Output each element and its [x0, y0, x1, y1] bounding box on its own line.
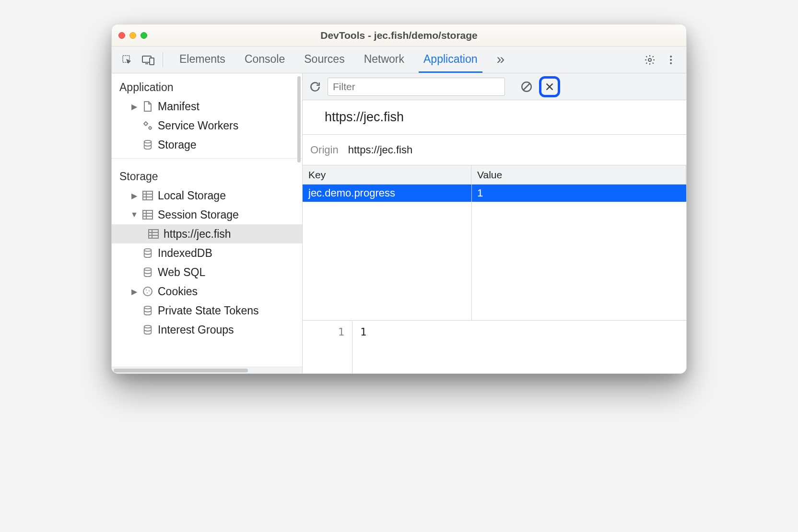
svg-point-19: [144, 306, 152, 309]
grid-icon: [141, 189, 154, 202]
grid-row[interactable]: jec.demo.progress 1: [303, 185, 686, 202]
sidebar-item-service-workers[interactable]: Service Workers: [112, 116, 302, 135]
preview-line-number: 1: [303, 321, 352, 373]
sidebar-item-session-storage[interactable]: ▼ Session Storage: [112, 205, 302, 224]
svg-point-6: [670, 62, 672, 64]
sidebar-item-indexeddb[interactable]: IndexedDB: [112, 243, 302, 263]
svg-point-18: [147, 292, 148, 293]
sidebar-item-label: Interest Groups: [158, 324, 234, 336]
sidebar-item-websql[interactable]: Web SQL: [112, 263, 302, 282]
titlebar: DevTools - jec.fish/demo/storage: [112, 24, 686, 46]
sidebar-item-local-storage[interactable]: ▶ Local Storage: [112, 186, 302, 205]
sidebar-item-label: Private State Tokens: [158, 304, 259, 317]
zoom-window-button[interactable]: [141, 32, 147, 39]
svg-point-7: [144, 122, 147, 125]
tab-strip: Elements Console Sources Network Applica…: [112, 46, 686, 73]
devtools-window: DevTools - jec.fish/demo/storage Element…: [111, 24, 687, 374]
tab-network[interactable]: Network: [359, 46, 409, 73]
svg-point-3: [648, 58, 651, 61]
preview-value: 1: [352, 321, 686, 373]
svg-point-13: [144, 249, 152, 252]
svg-point-9: [144, 140, 152, 143]
database-icon: [141, 139, 154, 151]
sidebar-hscrollbar[interactable]: [112, 367, 302, 373]
database-icon: [141, 247, 154, 259]
svg-point-14: [144, 268, 152, 271]
sidebar-item-label: Session Storage: [158, 208, 239, 221]
refresh-icon[interactable]: [307, 79, 323, 94]
storage-grid: Key Value jec.demo.progress 1: [303, 165, 686, 321]
tab-application[interactable]: Application: [419, 46, 482, 73]
svg-point-4: [670, 56, 672, 58]
divider: [112, 158, 302, 159]
settings-icon[interactable]: [639, 54, 660, 66]
cookie-icon: [141, 285, 154, 298]
origin-label: Origin: [310, 144, 339, 156]
sidebar-item-cookies[interactable]: ▶ Cookies: [112, 282, 302, 301]
inspect-element-icon[interactable]: [117, 46, 138, 73]
sidebar-item-label: Manifest: [158, 100, 200, 113]
storage-pane: https://jec.fish Origin https://jec.fish…: [303, 73, 686, 373]
window-title: DevTools - jec.fish/demo/storage: [112, 30, 686, 41]
svg-point-5: [670, 59, 672, 61]
clear-all-icon[interactable]: [519, 79, 534, 94]
svg-point-8: [149, 127, 152, 129]
sidebar-scrollbar[interactable]: [295, 73, 302, 169]
device-toggle-icon[interactable]: [138, 46, 159, 73]
sidebar-item-label: Cookies: [158, 285, 198, 298]
sidebar-item-private-state-tokens[interactable]: Private State Tokens: [112, 301, 302, 320]
grid-body[interactable]: jec.demo.progress 1: [303, 185, 686, 321]
delete-selected-icon[interactable]: [544, 81, 555, 93]
minimize-window-button[interactable]: [129, 32, 136, 39]
sidebar-item-session-storage-origin[interactable]: https://jec.fish: [112, 224, 302, 243]
grid-icon: [141, 208, 154, 221]
close-window-button[interactable]: [118, 32, 125, 39]
svg-rect-12: [149, 230, 158, 238]
sidebar-section-storage: Storage: [112, 162, 302, 186]
chevron-down-icon: ▼: [131, 210, 138, 219]
sidebar-item-label: Storage: [158, 139, 197, 151]
sidebar-item-storage[interactable]: Storage: [112, 135, 302, 154]
sidebar-item-interest-groups[interactable]: Interest Groups: [112, 320, 302, 339]
svg-rect-10: [143, 191, 153, 200]
grid-header: Key Value: [303, 165, 686, 185]
svg-rect-11: [143, 210, 153, 219]
sidebar-item-manifest[interactable]: ▶ Manifest: [112, 97, 302, 116]
svg-point-15: [143, 287, 152, 296]
col-header-key[interactable]: Key: [303, 165, 471, 184]
tab-sources[interactable]: Sources: [299, 46, 349, 73]
database-icon: [141, 324, 154, 336]
sidebar-item-label: Service Workers: [158, 119, 238, 132]
more-tabs-icon[interactable]: »: [492, 46, 510, 73]
origin-heading: https://jec.fish: [303, 100, 686, 135]
sidebar: Application ▶ Manifest: [112, 73, 303, 373]
database-icon: [141, 304, 154, 317]
gears-icon: [141, 119, 154, 132]
filter-input[interactable]: [328, 78, 505, 96]
sidebar-item-label: https://jec.fish: [164, 228, 231, 241]
chevron-right-icon: ▶: [131, 102, 138, 111]
divider: [163, 52, 163, 67]
chevron-right-icon: ▶: [131, 191, 138, 200]
cell-key[interactable]: jec.demo.progress: [303, 185, 471, 201]
column-divider[interactable]: [471, 185, 472, 320]
sidebar-item-label: Web SQL: [158, 266, 205, 279]
col-header-value[interactable]: Value: [471, 165, 686, 184]
tab-elements[interactable]: Elements: [175, 46, 230, 73]
svg-rect-2: [150, 58, 154, 65]
origin-row: Origin https://jec.fish: [303, 135, 686, 165]
document-icon: [141, 100, 154, 113]
svg-point-20: [144, 325, 152, 328]
grid-icon: [147, 228, 160, 240]
value-preview: 1 1: [303, 321, 686, 373]
database-icon: [141, 266, 154, 278]
sidebar-section-application: Application: [112, 73, 302, 97]
cell-value[interactable]: 1: [471, 185, 686, 201]
highlight-ring: [539, 76, 560, 97]
svg-point-16: [146, 289, 147, 290]
kebab-menu-icon[interactable]: [660, 54, 681, 66]
svg-point-17: [149, 290, 150, 291]
chevron-right-icon: ▶: [131, 287, 138, 296]
tab-console[interactable]: Console: [240, 46, 290, 73]
sidebar-item-label: Local Storage: [158, 189, 226, 202]
